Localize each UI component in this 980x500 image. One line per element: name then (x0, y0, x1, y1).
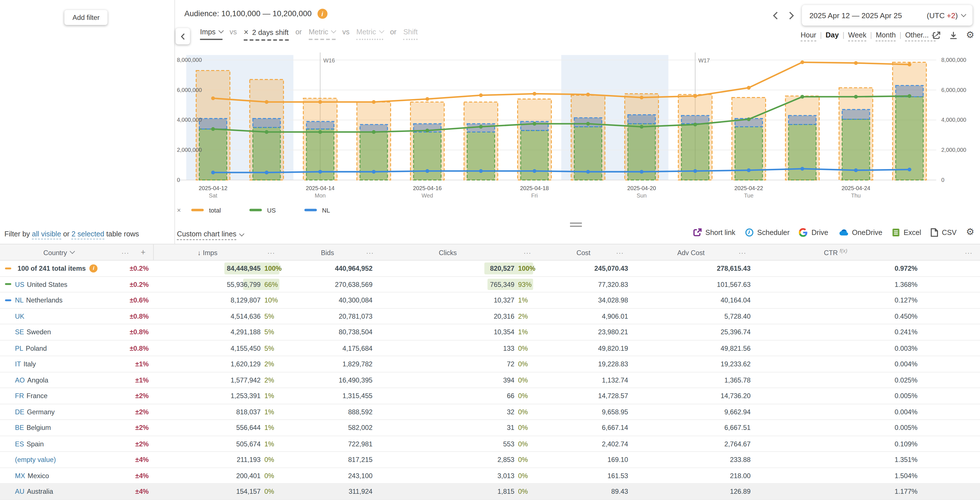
table-row[interactable]: ESSpain±2%505,6741%722,9815530%2,402.742… (0, 436, 980, 452)
cell-bids: 888,592 (283, 404, 381, 419)
table-row[interactable]: AUAustralia±4%154,1570%311,9241,8150%89.… (0, 484, 980, 500)
cell-country[interactable]: PLPoland (0, 340, 118, 355)
column-header-ctr[interactable]: CTRf(x) ··· (754, 244, 980, 260)
legend-item-NL[interactable]: NL (304, 207, 330, 213)
cell-clicks: 3,0130% (381, 468, 539, 483)
table-row[interactable]: PLPoland±0.8%4,155,4505%4,175,6841330%49… (0, 340, 980, 356)
analytics-dashboard: Add filter Audience: 10,100,000 — 10,200… (0, 0, 980, 500)
scheduler-button[interactable]: Scheduler (745, 228, 790, 237)
google-drive-button[interactable]: Drive (799, 228, 828, 237)
table-row[interactable]: MXMexico±4%200,4010%243,1003,0130%161.53… (0, 468, 980, 484)
ctr-column-menu-icon[interactable]: ··· (965, 244, 972, 260)
svg-text:2025-04-24: 2025-04-24 (842, 185, 870, 191)
cell-country[interactable]: FRFrance (0, 388, 118, 403)
cell-clicks: 1330% (381, 340, 539, 355)
cell-bids: 1,829,782 (283, 356, 381, 371)
table-row[interactable]: 100 of 241 total itemsi±0.2%84,448,94510… (0, 261, 980, 276)
filter-all-visible-link[interactable]: all visible (32, 230, 61, 239)
table-row[interactable]: ITItaly±1%1,620,1292%1,829,782720%19,228… (0, 356, 980, 372)
table-row[interactable]: UK±0.8%4,514,6365%20,781,07320,3162%4,90… (0, 309, 980, 324)
legend-item-US[interactable]: US (250, 207, 276, 213)
audience-info-icon[interactable]: i (317, 9, 327, 19)
cell-adv-cost: 218.00 (631, 468, 754, 483)
table-row[interactable]: NLNetherlands±0.6%8,129,80710%40,300,084… (0, 293, 980, 309)
table-row[interactable]: FRFrance±2%1,253,3911%1,315,455660%14,72… (0, 388, 980, 404)
cell-country[interactable]: AOAngola (0, 372, 118, 388)
cell-country[interactable]: ITItaly (0, 356, 118, 371)
table-row[interactable]: (empty value)±4%211,1930%817,2152,8530%1… (0, 452, 980, 468)
column-header-bids[interactable]: Bids ··· (283, 244, 381, 260)
cell-adv-cost: 1,365.78 (631, 372, 754, 388)
bids-column-menu-icon[interactable]: ··· (366, 244, 374, 260)
clicks-column-menu-icon[interactable]: ··· (523, 244, 531, 260)
column-header-adv-cost[interactable]: Adv Cost ··· (631, 244, 754, 260)
series-marker (5, 427, 11, 429)
cell-country[interactable]: DEGermany (0, 404, 118, 419)
custom-chart-lines-dropdown[interactable]: Custom chart lines (177, 230, 243, 237)
cell-country[interactable]: (empty value) (0, 452, 118, 467)
column-header-cost[interactable]: Cost ··· (539, 244, 631, 260)
cell-imps: 4,291,1885% (153, 324, 283, 340)
cell-ctr: 0.972% (754, 261, 980, 276)
cell-ctr: 1.504% (754, 468, 980, 483)
table-row[interactable]: AOAngola±1%1,577,9422%16,490,3953940%1,1… (0, 372, 980, 388)
chart-resize-handle[interactable] (570, 223, 582, 228)
column-header-clicks[interactable]: Clicks ··· (381, 244, 539, 260)
short-link-button[interactable]: Short link (693, 228, 735, 237)
filter-by-rows: Filter by all visible or 2 selected tabl… (4, 230, 139, 237)
svg-text:0: 0 (177, 177, 180, 183)
legend-item-total[interactable]: total (191, 207, 221, 213)
column-header-imps[interactable]: ↓Imps ··· (153, 244, 283, 260)
remove-shift-icon[interactable]: × (244, 28, 248, 36)
chart-canvas[interactable]: W16W172025-04-12Sat2025-04-14Mon2025-04-… (175, 36, 980, 201)
cell-clicks: 3940% (381, 372, 539, 388)
table-row[interactable]: USUnited States±0.2%55,936,79966%270,638… (0, 277, 980, 293)
adv-cost-column-menu-icon[interactable]: ··· (738, 244, 746, 260)
cell-country[interactable]: UK (0, 309, 118, 324)
or-label: or (390, 28, 397, 35)
cell-ctr: 0.005% (754, 388, 980, 403)
cell-bids: 16,490,395 (283, 372, 381, 388)
cell-country[interactable]: USUnited States (0, 277, 118, 292)
cell-country[interactable]: SESweden (0, 324, 118, 340)
cell-bids: 1,315,455 (283, 388, 381, 403)
cell-uncertainty: ±0.2% (118, 261, 149, 276)
cell-clicks: 320% (381, 404, 539, 419)
cell-ctr: 1.177% (754, 484, 980, 499)
cell-uncertainty: ±0.8% (118, 309, 149, 324)
info-icon[interactable]: i (89, 264, 98, 272)
cell-uncertainty: ±2% (118, 388, 149, 403)
add-filter-button[interactable]: Add filter (64, 10, 108, 25)
date-prev-icon[interactable] (770, 5, 781, 25)
cell-country[interactable]: 100 of 241 total itemsi (0, 261, 118, 276)
legend-swatch (304, 209, 317, 212)
onedrive-button[interactable]: OneDrive (838, 228, 882, 236)
table-row[interactable]: DEGermany±2%818,0371%888,592320%9,658.95… (0, 404, 980, 420)
cost-column-menu-icon[interactable]: ··· (616, 244, 624, 260)
cell-cost: 169.10 (539, 452, 631, 467)
excel-button[interactable]: Excel (892, 228, 921, 237)
table-settings-gear-icon[interactable]: ⚙ (966, 228, 975, 237)
cell-country[interactable]: MXMexico (0, 468, 118, 483)
csv-button[interactable]: CSV (931, 228, 957, 237)
cell-country[interactable]: ESSpain (0, 436, 118, 451)
filter-selected-link[interactable]: 2 selected (72, 230, 104, 239)
legend-close-icon[interactable]: × (177, 206, 181, 214)
cell-imps: 1,577,9422% (153, 372, 283, 388)
add-column-button[interactable]: + (133, 244, 153, 260)
country-column-menu-icon[interactable]: ··· (118, 244, 133, 260)
cell-country[interactable]: AUAustralia (0, 484, 118, 499)
date-next-icon[interactable] (786, 5, 797, 25)
imps-column-menu-icon[interactable]: ··· (267, 244, 275, 260)
cell-cost: 77,320.83 (539, 277, 631, 292)
cell-country[interactable]: BEBelgium (0, 420, 118, 435)
table-row[interactable]: SESweden±0.8%4,291,1885%80,738,50410,354… (0, 324, 980, 340)
series-marker (5, 459, 11, 460)
svg-text:Wed: Wed (422, 193, 433, 199)
column-header-country[interactable]: Country (0, 244, 118, 260)
date-range-picker[interactable]: 2025 Apr 12 — 2025 Apr 25 (UTC +2) (802, 5, 972, 26)
cell-adv-cost: 9,662.94 (631, 404, 754, 419)
svg-text:2025-04-18: 2025-04-18 (520, 185, 549, 191)
cell-country[interactable]: NLNetherlands (0, 293, 118, 308)
table-row[interactable]: BEBelgium±2%556,6441%582,002310%6,667.14… (0, 420, 980, 436)
